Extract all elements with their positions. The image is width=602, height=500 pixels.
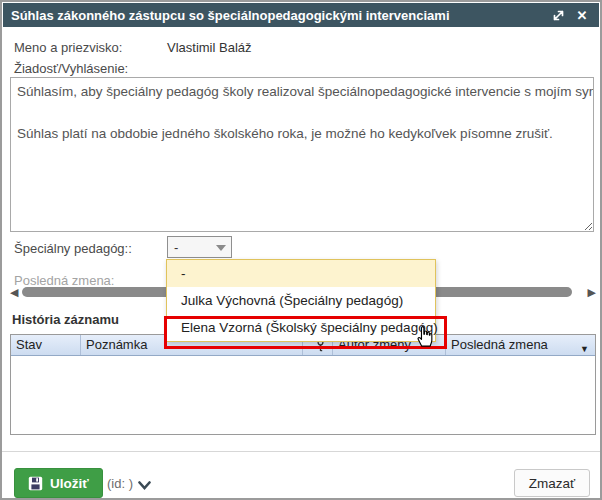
record-id-label: (id: ) xyxy=(107,476,133,491)
history-table: Stav Poznámka Autor zmeny Posledná zmena… xyxy=(10,334,596,435)
id-chevron-down-icon[interactable] xyxy=(138,477,151,495)
column-header-posledna[interactable]: Posledná zmena ▼ xyxy=(446,335,595,355)
chevron-down-icon xyxy=(216,245,226,251)
dialog-title: Súhlas zákonného zástupcu so špeciálnope… xyxy=(11,8,543,23)
name-value: Vlastimil Baláž xyxy=(167,40,252,55)
close-icon[interactable]: ✕ xyxy=(573,6,591,24)
name-label: Meno a priezvisko: xyxy=(14,40,122,55)
pedagogue-selected-value: - xyxy=(174,240,178,255)
delete-button[interactable]: Zmazať xyxy=(514,469,590,497)
dropdown-option-empty[interactable]: - xyxy=(167,260,435,287)
save-button[interactable]: Uložiť xyxy=(14,468,103,498)
footer-divider xyxy=(2,451,600,452)
request-label: Žiadosť/Vyhlásenie: xyxy=(14,61,128,76)
floppy-disk-icon xyxy=(28,476,43,491)
save-button-label: Uložiť xyxy=(50,476,89,491)
dropdown-option-elena[interactable]: Elena Vzorná (Školský špeciálny pedagóg) xyxy=(167,314,435,341)
consent-dialog: Súhlas zákonného zástupcu so špeciálnope… xyxy=(0,0,602,500)
column-header-stav[interactable]: Stav xyxy=(11,335,81,355)
pedagogue-select[interactable]: - xyxy=(167,236,232,258)
scroll-right-icon[interactable]: ▶ xyxy=(588,285,596,299)
sort-desc-icon: ▼ xyxy=(580,340,589,355)
scroll-left-icon[interactable]: ◀ xyxy=(10,285,18,299)
dialog-titlebar: Súhlas zákonného zástupcu so špeciálnope… xyxy=(3,3,599,27)
history-heading: História záznamu xyxy=(12,312,119,327)
pedagogue-dropdown-list: - Julka Výchovná (Špeciálny pedagóg) Ele… xyxy=(166,259,436,342)
dropdown-option-julka[interactable]: Julka Výchovná (Špeciálny pedagóg) xyxy=(167,287,435,314)
maximize-icon[interactable] xyxy=(549,6,567,24)
request-textarea[interactable]: Súhlasím, aby špeciálny pedagóg školy re… xyxy=(10,77,594,232)
pedagogue-label: Špeciálny pedagóg:: xyxy=(14,241,132,256)
history-table-body xyxy=(11,356,595,436)
